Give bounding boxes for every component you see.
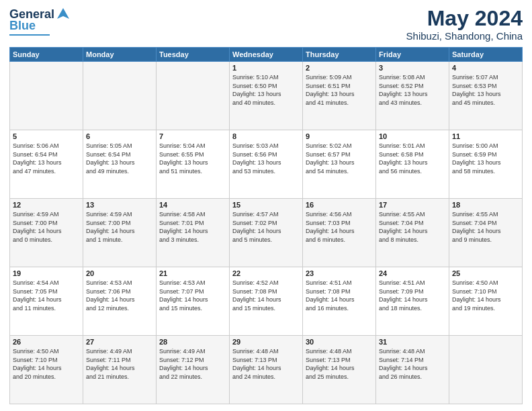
calendar-cell: 2Sunrise: 5:09 AM Sunset: 6:51 PM Daylig… — [303, 62, 376, 130]
header-tuesday: Tuesday — [157, 48, 230, 62]
day-info: Sunrise: 4:50 AM Sunset: 7:10 PM Dayligh… — [452, 279, 519, 312]
day-info: Sunrise: 4:56 AM Sunset: 7:03 PM Dayligh… — [306, 210, 373, 244]
location: Shibuzi, Shandong, China — [406, 30, 523, 42]
day-info: Sunrise: 4:51 AM Sunset: 7:08 PM Dayligh… — [306, 279, 373, 312]
calendar-cell — [83, 62, 157, 130]
weekday-header-row: Sunday Monday Tuesday Wednesday Thursday… — [10, 48, 523, 62]
calendar-cell: 21Sunrise: 4:53 AM Sunset: 7:07 PM Dayli… — [157, 267, 230, 336]
day-number: 11 — [452, 132, 519, 140]
page: General Blue May 2024 Shibuzi, Shandong,… — [0, 0, 532, 411]
calendar-cell: 19Sunrise: 4:54 AM Sunset: 7:05 PM Dayli… — [10, 267, 83, 336]
day-number: 21 — [159, 269, 226, 277]
day-number: 16 — [306, 201, 373, 209]
day-info: Sunrise: 4:52 AM Sunset: 7:08 PM Dayligh… — [232, 279, 300, 312]
calendar-cell: 1Sunrise: 5:10 AM Sunset: 6:50 PM Daylig… — [230, 62, 303, 130]
calendar-cell: 30Sunrise: 4:48 AM Sunset: 7:13 PM Dayli… — [303, 336, 376, 404]
calendar-cell: 22Sunrise: 4:52 AM Sunset: 7:08 PM Dayli… — [230, 267, 303, 336]
day-number: 5 — [13, 132, 80, 140]
day-info: Sunrise: 4:49 AM Sunset: 7:11 PM Dayligh… — [86, 347, 153, 381]
day-number: 22 — [232, 269, 300, 277]
header-wednesday: Wednesday — [230, 48, 303, 62]
day-info: Sunrise: 4:48 AM Sunset: 7:13 PM Dayligh… — [232, 347, 300, 381]
day-number: 1 — [232, 64, 300, 72]
logo-blue: Blue — [9, 19, 36, 33]
calendar-cell: 9Sunrise: 5:02 AM Sunset: 6:57 PM Daylig… — [303, 130, 376, 199]
day-info: Sunrise: 4:58 AM Sunset: 7:01 PM Dayligh… — [159, 210, 226, 244]
day-info: Sunrise: 4:51 AM Sunset: 7:09 PM Dayligh… — [379, 279, 446, 312]
month-title: May 2024 — [406, 7, 523, 30]
calendar-cell: 16Sunrise: 4:56 AM Sunset: 7:03 PM Dayli… — [303, 199, 376, 267]
header-monday: Monday — [83, 48, 157, 62]
header-saturday: Saturday — [449, 48, 523, 62]
calendar-cell: 4Sunrise: 5:07 AM Sunset: 6:53 PM Daylig… — [449, 62, 523, 130]
calendar-cell: 17Sunrise: 4:55 AM Sunset: 7:04 PM Dayli… — [376, 199, 449, 267]
day-info: Sunrise: 5:00 AM Sunset: 6:59 PM Dayligh… — [452, 142, 519, 175]
day-number: 9 — [306, 132, 373, 140]
day-number: 26 — [13, 338, 80, 346]
calendar-cell: 20Sunrise: 4:53 AM Sunset: 7:06 PM Dayli… — [83, 267, 157, 336]
day-info: Sunrise: 5:06 AM Sunset: 6:54 PM Dayligh… — [13, 142, 80, 175]
day-number: 31 — [379, 338, 446, 346]
day-number: 20 — [86, 269, 153, 277]
day-info: Sunrise: 4:53 AM Sunset: 7:07 PM Dayligh… — [159, 279, 226, 312]
day-info: Sunrise: 5:03 AM Sunset: 6:56 PM Dayligh… — [232, 142, 300, 175]
day-number: 19 — [13, 269, 80, 277]
header-sunday: Sunday — [10, 48, 83, 62]
calendar-cell: 25Sunrise: 4:50 AM Sunset: 7:10 PM Dayli… — [449, 267, 523, 336]
day-number: 13 — [86, 201, 153, 209]
day-number: 28 — [159, 338, 226, 346]
day-info: Sunrise: 5:08 AM Sunset: 6:52 PM Dayligh… — [379, 73, 446, 107]
day-number: 30 — [306, 338, 373, 346]
calendar-cell: 10Sunrise: 5:01 AM Sunset: 6:58 PM Dayli… — [376, 130, 449, 199]
day-number: 15 — [232, 201, 300, 209]
header-friday: Friday — [376, 48, 449, 62]
calendar-cell: 11Sunrise: 5:00 AM Sunset: 6:59 PM Dayli… — [449, 130, 523, 199]
day-number: 25 — [452, 269, 519, 277]
day-info: Sunrise: 4:54 AM Sunset: 7:05 PM Dayligh… — [13, 279, 80, 312]
calendar-cell — [10, 62, 83, 130]
calendar-cell: 3Sunrise: 5:08 AM Sunset: 6:52 PM Daylig… — [376, 62, 449, 130]
calendar-cell — [449, 336, 523, 404]
title-block: May 2024 Shibuzi, Shandong, China — [406, 7, 523, 42]
calendar-cell: 18Sunrise: 4:55 AM Sunset: 7:04 PM Dayli… — [449, 199, 523, 267]
day-number: 18 — [452, 201, 519, 209]
day-number: 27 — [86, 338, 153, 346]
calendar-cell: 7Sunrise: 5:04 AM Sunset: 6:55 PM Daylig… — [157, 130, 230, 199]
day-info: Sunrise: 4:57 AM Sunset: 7:02 PM Dayligh… — [232, 210, 300, 244]
day-number: 7 — [159, 132, 226, 140]
day-number: 4 — [452, 64, 519, 72]
calendar-cell: 28Sunrise: 4:49 AM Sunset: 7:12 PM Dayli… — [157, 336, 230, 404]
calendar-cell: 5Sunrise: 5:06 AM Sunset: 6:54 PM Daylig… — [10, 130, 83, 199]
logo: General Blue — [9, 7, 71, 36]
day-info: Sunrise: 5:04 AM Sunset: 6:55 PM Dayligh… — [159, 142, 226, 175]
calendar-cell: 27Sunrise: 4:49 AM Sunset: 7:11 PM Dayli… — [83, 336, 157, 404]
day-number: 24 — [379, 269, 446, 277]
day-info: Sunrise: 5:10 AM Sunset: 6:50 PM Dayligh… — [232, 73, 300, 107]
calendar: Sunday Monday Tuesday Wednesday Thursday… — [9, 47, 523, 404]
day-info: Sunrise: 4:55 AM Sunset: 7:04 PM Dayligh… — [452, 210, 519, 244]
calendar-cell: 6Sunrise: 5:05 AM Sunset: 6:54 PM Daylig… — [83, 130, 157, 199]
day-number: 3 — [379, 64, 446, 72]
logo-underline — [9, 34, 50, 36]
day-info: Sunrise: 4:49 AM Sunset: 7:12 PM Dayligh… — [159, 347, 226, 381]
logo-icon — [56, 7, 71, 21]
header-thursday: Thursday — [303, 48, 376, 62]
day-info: Sunrise: 4:48 AM Sunset: 7:14 PM Dayligh… — [379, 347, 446, 381]
day-info: Sunrise: 4:48 AM Sunset: 7:13 PM Dayligh… — [306, 347, 373, 381]
calendar-cell: 26Sunrise: 4:50 AM Sunset: 7:10 PM Dayli… — [10, 336, 83, 404]
calendar-cell: 8Sunrise: 5:03 AM Sunset: 6:56 PM Daylig… — [230, 130, 303, 199]
day-info: Sunrise: 4:53 AM Sunset: 7:06 PM Dayligh… — [86, 279, 153, 312]
svg-marker-0 — [57, 8, 69, 19]
day-number: 6 — [86, 132, 153, 140]
calendar-cell: 23Sunrise: 4:51 AM Sunset: 7:08 PM Dayli… — [303, 267, 376, 336]
calendar-cell: 15Sunrise: 4:57 AM Sunset: 7:02 PM Dayli… — [230, 199, 303, 267]
calendar-week-2: 5Sunrise: 5:06 AM Sunset: 6:54 PM Daylig… — [10, 130, 523, 199]
calendar-cell — [157, 62, 230, 130]
day-number: 8 — [232, 132, 300, 140]
calendar-cell: 24Sunrise: 4:51 AM Sunset: 7:09 PM Dayli… — [376, 267, 449, 336]
calendar-cell: 13Sunrise: 4:59 AM Sunset: 7:00 PM Dayli… — [83, 199, 157, 267]
calendar-week-1: 1Sunrise: 5:10 AM Sunset: 6:50 PM Daylig… — [10, 62, 523, 130]
calendar-week-3: 12Sunrise: 4:59 AM Sunset: 7:00 PM Dayli… — [10, 199, 523, 267]
header: General Blue May 2024 Shibuzi, Shandong,… — [9, 7, 523, 42]
day-number: 2 — [306, 64, 373, 72]
